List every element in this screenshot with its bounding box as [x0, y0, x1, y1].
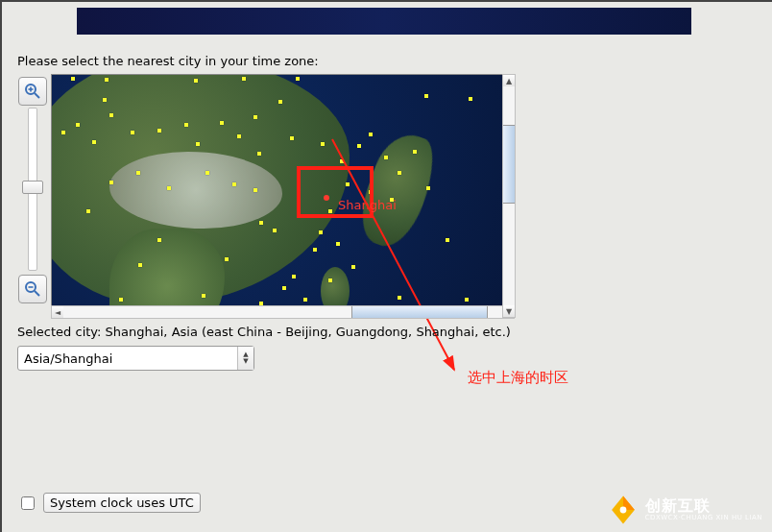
city-dot[interactable] — [138, 263, 142, 267]
scroll-down-icon[interactable]: ▼ — [503, 305, 515, 317]
city-dot[interactable] — [109, 181, 113, 184]
city-dot[interactable] — [76, 123, 80, 127]
city-dot[interactable] — [328, 278, 332, 282]
city-dot[interactable] — [336, 242, 340, 246]
brand-watermark: 创新互联 CDXWCX·CHUANG XIN HU LIAN — [607, 494, 762, 526]
city-dot[interactable] — [313, 248, 317, 252]
zoom-out-icon — [23, 279, 42, 299]
selected-city-marker — [324, 195, 329, 201]
city-dot[interactable] — [398, 171, 401, 175]
svg-line-1 — [35, 93, 39, 98]
city-dot[interactable] — [278, 100, 282, 104]
zoom-out-button[interactable] — [18, 275, 47, 303]
hscroll-thumb[interactable] — [351, 306, 488, 318]
city-dot[interactable] — [61, 131, 65, 134]
map-vscrollbar[interactable]: ▲ ▼ — [502, 74, 516, 318]
timezone-select-value: Asia/Shanghai — [18, 351, 237, 366]
city-dot[interactable] — [303, 298, 307, 302]
city-dot[interactable] — [136, 171, 140, 175]
city-dot[interactable] — [257, 152, 261, 156]
map-hscrollbar[interactable]: ◄ ► — [51, 305, 515, 319]
city-dot[interactable] — [131, 131, 134, 134]
city-dot[interactable] — [103, 98, 107, 102]
city-dot[interactable] — [340, 159, 344, 163]
city-dot[interactable] — [86, 209, 90, 213]
prompt-text: Please select the nearest city in your t… — [17, 54, 319, 68]
city-dot[interactable] — [424, 94, 428, 98]
city-dot[interactable] — [413, 150, 417, 154]
city-dot[interactable] — [273, 229, 277, 232]
city-dot[interactable] — [237, 134, 241, 138]
vscroll-thumb[interactable] — [503, 125, 515, 204]
city-dot[interactable] — [351, 265, 355, 269]
city-dot[interactable] — [253, 115, 257, 119]
city-dot[interactable] — [465, 298, 469, 302]
city-dot[interactable] — [282, 286, 286, 290]
city-dot[interactable] — [292, 275, 296, 278]
city-dot[interactable] — [202, 294, 205, 298]
utc-label[interactable]: System clock uses UTC — [43, 493, 201, 513]
city-dot[interactable] — [446, 238, 449, 242]
svg-point-8 — [619, 507, 626, 514]
zoom-in-button[interactable] — [18, 77, 47, 106]
city-dot[interactable] — [426, 186, 430, 190]
city-dot[interactable] — [321, 142, 325, 146]
brand-logo-icon — [607, 494, 639, 526]
selected-city-text: Selected city: Shanghai, Asia (east Chin… — [17, 325, 511, 339]
zoom-slider-thumb[interactable] — [22, 181, 43, 194]
city-dot[interactable] — [225, 257, 229, 261]
svg-line-5 — [35, 291, 39, 296]
city-dot[interactable] — [119, 298, 123, 302]
city-dot[interactable] — [167, 186, 171, 190]
city-dot[interactable] — [71, 77, 75, 81]
city-dot[interactable] — [184, 123, 188, 127]
brand-name-en: CDXWCX·CHUANG XIN HU LIAN — [645, 515, 762, 521]
city-dot[interactable] — [319, 230, 323, 234]
city-dot[interactable] — [242, 77, 246, 81]
city-dot[interactable] — [105, 78, 109, 82]
scroll-up-icon[interactable]: ▲ — [503, 75, 515, 86]
city-dot[interactable] — [259, 221, 263, 225]
annotation-text: 选中上海的时区 — [468, 369, 568, 387]
city-dot[interactable] — [220, 121, 224, 125]
timezone-select[interactable]: Asia/Shanghai ▲▼ — [17, 346, 254, 371]
city-dot[interactable] — [205, 171, 209, 175]
city-dot[interactable] — [469, 97, 472, 101]
city-dot[interactable] — [253, 188, 257, 192]
city-dot[interactable] — [157, 129, 161, 133]
city-dot[interactable] — [357, 144, 361, 148]
city-dot[interactable] — [196, 142, 200, 146]
zoom-in-icon — [23, 82, 42, 101]
brand-name-cn: 创新互联 — [645, 498, 762, 515]
city-dot[interactable] — [384, 156, 388, 159]
city-dot[interactable] — [157, 238, 161, 242]
city-dot[interactable] — [232, 182, 236, 186]
select-spinner-icon[interactable]: ▲▼ — [237, 347, 253, 370]
city-dot[interactable] — [109, 113, 113, 117]
scroll-left-icon[interactable]: ◄ — [52, 306, 63, 318]
city-dot[interactable] — [194, 79, 198, 83]
city-dot[interactable] — [296, 77, 300, 81]
utc-checkbox[interactable] — [21, 496, 35, 510]
city-dot[interactable] — [290, 136, 294, 140]
city-dot[interactable] — [369, 133, 373, 136]
city-dot[interactable] — [92, 140, 96, 144]
selected-city-map-label: Shanghai — [338, 198, 397, 212]
header-banner — [77, 8, 691, 35]
timezone-map[interactable]: Shanghai — [51, 74, 515, 318]
city-dot[interactable] — [398, 296, 401, 300]
